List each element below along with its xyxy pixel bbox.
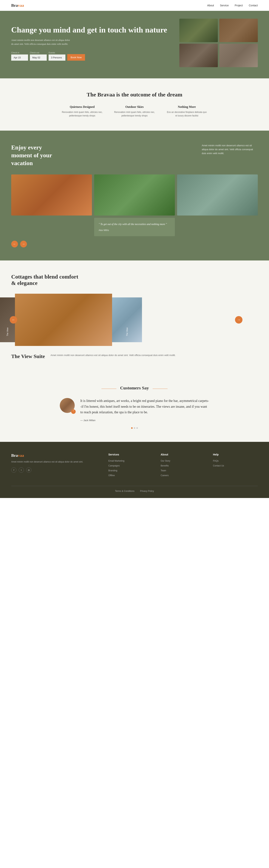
feature-3-title: Nothing More xyxy=(166,105,207,108)
cottage-slide-main xyxy=(15,294,112,346)
hero-image-1 xyxy=(179,19,218,42)
book-now-button[interactable]: Book Now xyxy=(67,54,85,61)
testimonials-section: Customers Say " It is littered with anti… xyxy=(0,372,269,442)
footer-about-list: Our Story Benefits Team Careers xyxy=(161,459,206,477)
footer-services-title: Services xyxy=(108,453,153,456)
footer: Bravaa Amet minim mollit non deserunt ul… xyxy=(0,442,269,498)
testimonial-text: It is littered with antiques, art works,… xyxy=(80,398,209,422)
testimonial-card: " It is littered with antiques, art work… xyxy=(60,398,209,422)
nav-link-about[interactable]: About xyxy=(207,4,214,7)
hero-text: Change you mind and get in touch with na… xyxy=(11,25,168,61)
cottage-label-right: The View xyxy=(112,324,142,339)
vacation-gallery: " To get out of the city with all the ne… xyxy=(11,175,258,236)
carousel-controls: ← → xyxy=(11,241,258,247)
checkin-field: Check-in xyxy=(11,52,28,61)
nav-link-contact[interactable]: Contact xyxy=(249,4,258,7)
vacation-quote: " To get out of the city with all the ne… xyxy=(99,222,170,226)
footer-help-col: Help FAQs Contact Us xyxy=(213,453,258,478)
feature-2-title: Outdoor Skies xyxy=(114,105,155,108)
dot-3[interactable] xyxy=(136,427,138,429)
hero-image-3 xyxy=(179,44,218,67)
nav-links: About Service Project Contact xyxy=(207,4,258,7)
navbar: Bravaa About Service Project Contact xyxy=(0,0,269,11)
hero-image-4 xyxy=(219,44,258,67)
checkout-label: Check-out xyxy=(30,52,47,54)
about-section: The Bravaa is the outcome of the dream Q… xyxy=(0,79,269,131)
facebook-icon[interactable]: f xyxy=(11,467,17,473)
hero-heading: Change you mind and get in touch with na… xyxy=(11,25,168,34)
checkout-field: Check-out xyxy=(30,52,47,61)
footer-about-3[interactable]: Team xyxy=(161,469,166,472)
vacation-image-2 xyxy=(94,175,175,216)
testimonial-review: It is littered with antiques, art works,… xyxy=(80,398,209,415)
vacation-image-1 xyxy=(11,175,92,216)
checkout-input[interactable] xyxy=(30,55,47,61)
testimonial-dots xyxy=(11,427,258,429)
footer-logo: Bravaa xyxy=(11,453,101,458)
cottages-heading-line2: & elegance xyxy=(11,280,37,286)
terms-conditions-link[interactable]: Terms & Conditions xyxy=(115,490,134,492)
carousel-prev-button[interactable]: ← xyxy=(11,241,18,247)
dot-1[interactable] xyxy=(131,427,133,429)
vacation-description: Amet minim mollit non deserunt ullamco e… xyxy=(202,144,258,155)
vacation-quote-box: " To get out of the city with all the ne… xyxy=(94,218,175,236)
nav-link-project[interactable]: Project xyxy=(235,4,243,7)
logo-part2: vaa xyxy=(18,3,24,8)
checkin-label: Check-in xyxy=(11,52,28,54)
footer-about-title: About xyxy=(161,453,206,456)
dot-2[interactable] xyxy=(134,427,135,429)
footer-service-1[interactable]: Email Marketing xyxy=(108,460,125,462)
cottage-next-button[interactable]: → xyxy=(235,316,242,323)
logo[interactable]: Bravaa xyxy=(11,3,24,8)
nav-link-service[interactable]: Service xyxy=(220,4,228,7)
footer-about-2[interactable]: Benefits xyxy=(161,464,169,467)
footer-bottom: Terms & Conditions Privacy Policy xyxy=(11,486,258,492)
footer-help-1[interactable]: FAQs xyxy=(213,460,219,462)
checkin-input[interactable] xyxy=(11,55,28,61)
footer-service-4[interactable]: Offline xyxy=(108,474,115,477)
twitter-icon[interactable]: t xyxy=(19,467,24,473)
about-heading: The Bravaa is the outcome of the dream xyxy=(11,91,258,98)
privacy-policy-link[interactable]: Privacy Policy xyxy=(140,490,154,492)
features-list: Quietness Designed Renovation mint quam … xyxy=(11,105,258,118)
cottage-main-image xyxy=(15,294,112,346)
guests-field: Guests xyxy=(49,52,65,61)
feature-1-title: Quietness Designed xyxy=(62,105,103,108)
vacation-header: Enjoy every moment of your vacation Amet… xyxy=(11,144,258,167)
footer-brand: Bravaa Amet minim mollit non deserunt ul… xyxy=(11,453,101,478)
instagram-icon[interactable]: ◎ xyxy=(26,467,31,473)
cottage-prev-button[interactable]: ← xyxy=(10,316,17,323)
feature-1: Quietness Designed Renovation mint quam … xyxy=(62,105,103,118)
guests-input[interactable] xyxy=(49,55,65,61)
footer-service-3[interactable]: Branding xyxy=(108,469,117,472)
cottage-label-left: The View xyxy=(0,324,15,339)
cottages-slider-wrap: ← The View The View → xyxy=(0,294,269,346)
cottage-suite-title: The View Suite xyxy=(11,353,45,360)
testimonial-author: — Jack Millan xyxy=(80,419,209,422)
footer-services-col: Services Email Marketing Campaigns Brand… xyxy=(108,453,153,478)
footer-logo-part2: vaa xyxy=(18,453,24,458)
footer-about-1[interactable]: Our Story xyxy=(161,460,170,462)
footer-help-title: Help xyxy=(213,453,258,456)
footer-about-col: About Our Story Benefits Team Careers xyxy=(161,453,206,478)
footer-about-4[interactable]: Careers xyxy=(161,474,169,477)
carousel-next-button[interactable]: → xyxy=(20,241,27,247)
cottages-slider: The View The View xyxy=(0,294,142,346)
footer-logo-part1: Bra xyxy=(11,453,18,458)
quote-icon: " xyxy=(71,409,76,414)
feature-1-desc: Renovation mint quam felis, ultricies ne… xyxy=(62,111,103,118)
cottage-suite-desc: Amet minim mollit non deserunt ullamco e… xyxy=(50,353,176,357)
hero-image-2 xyxy=(219,19,258,42)
footer-service-2[interactable]: Campaigns xyxy=(108,464,120,467)
footer-help-2[interactable]: Contact Us xyxy=(213,464,224,467)
cottages-header: Cottages that blend comfort & elegance xyxy=(0,274,269,286)
feature-3: Nothing More Eos an decorative fireplace… xyxy=(166,105,207,118)
feature-2-desc: Renovation mint quam felis, ultricies ne… xyxy=(114,111,155,118)
cottages-heading-line1: Cottages that blend comfort xyxy=(11,274,78,280)
cottages-heading: Cottages that blend comfort & elegance xyxy=(11,274,258,286)
vacation-center: " To get out of the city with all the ne… xyxy=(94,175,175,236)
testimonials-heading: Customers Say xyxy=(120,385,149,390)
cottage-slide-right: The View xyxy=(112,298,142,342)
feature-2: Outdoor Skies Renovation mint quam felis… xyxy=(114,105,155,118)
cottages-section: Cottages that blend comfort & elegance ←… xyxy=(0,260,269,372)
